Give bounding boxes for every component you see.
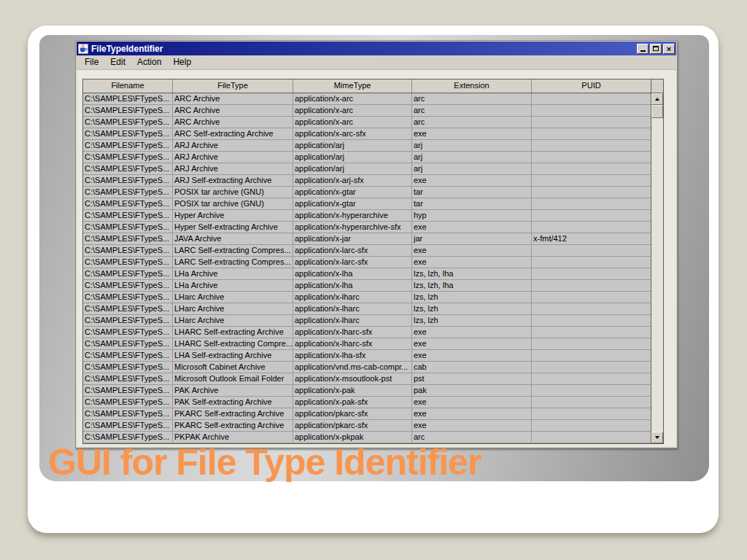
column-header-filename[interactable]: Filename	[83, 79, 173, 93]
table-row[interactable]: C:\SAMPLES\FTypeS...PAK Self-extracting …	[83, 397, 651, 408]
table-cell	[532, 327, 651, 338]
table-row[interactable]: C:\SAMPLES\FTypeS...POSIX tar archive (G…	[83, 198, 651, 210]
close-button[interactable]: ×	[663, 44, 675, 54]
table-cell: Hyper Self-extracting Archive	[173, 222, 293, 233]
table-cell: application/x-lha	[293, 280, 412, 292]
menu-item-edit[interactable]: Edit	[104, 55, 131, 69]
table-columns-area: FilenameFileTypeMimeTypeExtensionPUID C:…	[83, 79, 651, 443]
table-cell: application/pkarc-sfx	[293, 420, 412, 432]
table-row[interactable]: C:\SAMPLES\FTypeS...ARJ Self-extracting …	[83, 175, 651, 187]
table-cell	[532, 128, 651, 140]
table-cell: application/x-hyperarchive-sfx	[293, 222, 412, 233]
table-cell: C:\SAMPLES\FTypeS...	[83, 245, 173, 257]
table-cell: application/x-jar	[293, 233, 412, 245]
table-cell: application/arj	[293, 163, 412, 175]
table-row[interactable]: C:\SAMPLES\FTypeS...LARC Self-extracting…	[83, 257, 651, 268]
close-icon: ×	[667, 45, 671, 52]
table-cell: application/x-lharc	[293, 303, 412, 315]
table-cell: arj	[412, 140, 532, 152]
table-row[interactable]: C:\SAMPLES\FTypeS...LHa Archiveapplicati…	[83, 268, 651, 280]
table-row[interactable]: C:\SAMPLES\FTypeS...PKARC Self-extractin…	[83, 408, 651, 420]
table-cell: PAK Archive	[173, 385, 293, 397]
scroll-up-button[interactable]	[651, 93, 663, 105]
table-row[interactable]: C:\SAMPLES\FTypeS...ARC Self-extracting …	[83, 128, 651, 140]
column-header-filetype[interactable]: FileType	[173, 79, 293, 93]
table-row[interactable]: C:\SAMPLES\FTypeS...POSIX tar archive (G…	[83, 187, 651, 198]
table-cell: C:\SAMPLES\FTypeS...	[83, 175, 173, 187]
table-cell	[532, 420, 651, 432]
window-controls: ×	[637, 44, 675, 54]
table-row[interactable]: C:\SAMPLES\FTypeS...ARC Archiveapplicati…	[83, 105, 651, 117]
table-row[interactable]: C:\SAMPLES\FTypeS...Microsoft Outlook Em…	[83, 373, 651, 385]
table-cell: C:\SAMPLES\FTypeS...	[83, 128, 173, 140]
table-cell: exe	[412, 338, 532, 350]
table-row[interactable]: C:\SAMPLES\FTypeS...ARC Archiveapplicati…	[83, 93, 651, 105]
table-cell: application/x-gtar	[293, 187, 412, 198]
table-row[interactable]: C:\SAMPLES\FTypeS...Microsoft Cabinet Ar…	[83, 362, 651, 373]
scrollbar-thumb[interactable]	[651, 105, 663, 118]
table-cell: exe	[412, 420, 532, 432]
table-cell	[532, 175, 651, 187]
table-cell: exe	[412, 350, 532, 362]
table-cell: C:\SAMPLES\FTypeS...	[83, 315, 173, 327]
menu-item-help[interactable]: Help	[167, 55, 197, 69]
table-cell: pst	[412, 373, 532, 385]
scrollbar-track[interactable]	[651, 118, 663, 432]
table-row[interactable]: C:\SAMPLES\FTypeS...ARJ Archiveapplicati…	[83, 152, 651, 163]
table-row[interactable]: C:\SAMPLES\FTypeS...ARJ Archiveapplicati…	[83, 163, 651, 175]
scroll-down-button[interactable]	[651, 432, 663, 443]
table-row[interactable]: C:\SAMPLES\FTypeS...Hyper Self-extractin…	[83, 222, 651, 233]
table-cell: PAK Self-extracting Archive	[173, 397, 293, 408]
table-row[interactable]: C:\SAMPLES\FTypeS...LHA Self-extracting …	[83, 350, 651, 362]
table-row[interactable]: C:\SAMPLES\FTypeS...LHarc Archiveapplica…	[83, 303, 651, 315]
table-cell: arj	[412, 163, 532, 175]
table-cell: Microsoft Cabinet Archive	[173, 362, 293, 373]
table-row[interactable]: C:\SAMPLES\FTypeS...ARJ Archiveapplicati…	[83, 140, 651, 152]
table-row[interactable]: C:\SAMPLES\FTypeS...LHa Archiveapplicati…	[83, 280, 651, 292]
table-row[interactable]: C:\SAMPLES\FTypeS...Hyper Archiveapplica…	[83, 210, 651, 222]
table-row[interactable]: C:\SAMPLES\FTypeS...PAK Archiveapplicati…	[83, 385, 651, 397]
table-cell: application/x-lharc-sfx	[293, 338, 412, 350]
table-row[interactable]: C:\SAMPLES\FTypeS...LHarc Archiveapplica…	[83, 315, 651, 327]
column-header-extension[interactable]: Extension	[412, 79, 532, 93]
table-cell: application/x-arc	[293, 93, 412, 105]
table-row[interactable]: C:\SAMPLES\FTypeS...LHARC Self-extractin…	[83, 338, 651, 350]
table-cell	[532, 280, 651, 292]
table-cell: C:\SAMPLES\FTypeS...	[83, 303, 173, 315]
table-row[interactable]: C:\SAMPLES\FTypeS...LHARC Self-extractin…	[83, 327, 651, 338]
table-cell: lzs, lzh, lha	[412, 268, 532, 280]
table-row[interactable]: C:\SAMPLES\FTypeS...PKARC Self-extractin…	[83, 420, 651, 432]
table-cell	[532, 222, 651, 233]
table-cell: application/arj	[293, 152, 412, 163]
table-cell: ARJ Self-extracting Archive	[173, 175, 293, 187]
table-cell: POSIX tar archive (GNU)	[173, 198, 293, 210]
table-cell: arc	[412, 93, 532, 105]
minimize-button[interactable]	[637, 44, 649, 54]
table-cell	[532, 187, 651, 198]
table-cell: jar	[412, 233, 532, 245]
table-row[interactable]: C:\SAMPLES\FTypeS...JAVA Archiveapplicat…	[83, 233, 651, 245]
table-cell: C:\SAMPLES\FTypeS...	[83, 362, 173, 373]
column-header-puid[interactable]: PUID	[532, 79, 651, 93]
vertical-scrollbar[interactable]	[651, 79, 663, 443]
table-row[interactable]: C:\SAMPLES\FTypeS...LARC Self-extracting…	[83, 245, 651, 257]
table-row[interactable]: C:\SAMPLES\FTypeS...ARC Archiveapplicati…	[83, 117, 651, 128]
table-cell: LHarc Archive	[173, 315, 293, 327]
window-titlebar[interactable]: FileTypeIdentifier ×	[77, 42, 676, 55]
menu-item-action[interactable]: Action	[131, 55, 167, 69]
table-cell: arc	[412, 105, 532, 117]
table-cell: C:\SAMPLES\FTypeS...	[83, 292, 173, 303]
menu-item-file[interactable]: File	[79, 55, 104, 69]
table-cell	[532, 338, 651, 350]
window-title: FileTypeIdentifier	[91, 44, 637, 54]
maximize-button[interactable]	[650, 44, 662, 54]
table-cell: application/x-lha-sfx	[293, 350, 412, 362]
table-cell: exe	[412, 222, 532, 233]
table-cell	[532, 373, 651, 385]
table-cell: application/pkarc-sfx	[293, 408, 412, 420]
column-header-mimetype[interactable]: MimeType	[293, 79, 412, 93]
table-cell	[532, 268, 651, 280]
table-cell: lzs, lzh	[412, 303, 532, 315]
table-row[interactable]: C:\SAMPLES\FTypeS...LHarc Archiveapplica…	[83, 292, 651, 303]
table-cell: C:\SAMPLES\FTypeS...	[83, 280, 173, 292]
